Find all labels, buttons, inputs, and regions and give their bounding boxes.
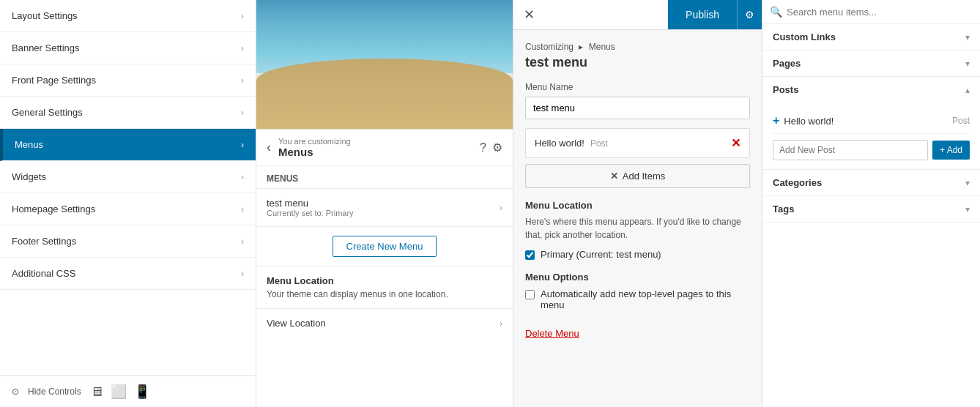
right-section-title: Categories: [773, 177, 822, 188]
right-item-left: + Hello world!: [773, 114, 834, 127]
chevron-icon: ›: [241, 108, 244, 118]
menu-location-checkbox[interactable]: [525, 250, 535, 260]
sidebar-item-label: Banner Settings: [12, 42, 80, 53]
menu-list-item-sub: Currently set to: Primary: [267, 209, 354, 217]
right-section-content: + Hello world! Post + Add: [762, 102, 980, 169]
sidebar-item-menus[interactable]: Menus›: [0, 129, 256, 161]
sidebar-item-banner-settings[interactable]: Banner Settings›: [0, 32, 256, 64]
right-section-title: Tags: [773, 204, 794, 214]
sidebar-item-homepage-settings[interactable]: Homepage Settings›: [0, 193, 256, 225]
menus-section-label: Menus: [256, 166, 513, 188]
breadcrumb-part1: Customizing: [525, 42, 573, 52]
chevron-icon: ›: [241, 140, 244, 150]
footer-icons: 🖥 ⬜ 📱: [90, 384, 150, 400]
sidebar-item-label: General Settings: [12, 107, 83, 118]
menu-location-desc: Your theme can display menus in one loca…: [267, 289, 502, 299]
sidebar-item-front-page-settings[interactable]: Front Page Settings›: [0, 64, 256, 97]
chevron-icon: ›: [241, 11, 244, 21]
right-section-chevron-icon: ▾: [965, 178, 970, 188]
menu-item-label: Hello world!: [535, 138, 584, 149]
menu-list-item[interactable]: test menuCurrently set to: Primary›: [256, 188, 513, 226]
menu-option-checkbox[interactable]: [525, 290, 535, 299]
hide-controls-icon: ⊙: [12, 387, 19, 397]
menu-options-heading: Menu Options: [525, 272, 750, 283]
sidebar-item-layout-settings[interactable]: Layout Settings›: [0, 0, 256, 32]
menu-name-input[interactable]: [525, 97, 750, 119]
customizer-header: ‹ You are customizing Menus ? ⚙: [256, 130, 513, 166]
create-new-menu-button[interactable]: Create New Menu: [333, 236, 437, 257]
breadcrumb-part2: Menus: [589, 42, 615, 52]
right-item-type: Post: [952, 116, 970, 126]
right-section-header-posts[interactable]: Posts ▴: [762, 77, 980, 102]
sidebar-footer: ⊙ Hide Controls 🖥 ⬜ 📱: [0, 376, 256, 407]
sidebar-item-footer-settings[interactable]: Footer Settings›: [0, 225, 256, 258]
search-icon: 🔍: [770, 6, 782, 18]
create-new-btn-wrap: Create New Menu: [256, 226, 513, 266]
chevron-icon: ›: [241, 236, 244, 247]
right-item-row: + Hello world! Post: [773, 108, 970, 134]
right-section-header-pages[interactable]: Pages ▾: [762, 51, 980, 76]
customizer-title: Menus: [278, 146, 480, 158]
menu-list-item-content: test menuCurrently set to: Primary: [267, 198, 354, 217]
menu-option-checkbox-row: Automatically add new top-level pages to…: [525, 288, 750, 310]
add-new-post-input[interactable]: [773, 140, 928, 160]
right-section-title: Custom Links: [773, 31, 836, 42]
menu-item-remove-button[interactable]: ✕: [731, 136, 740, 150]
breadcrumb-separator: ▸: [579, 42, 583, 52]
sidebar-item-label: Menus: [15, 139, 43, 150]
menu-name-label: Menu Name: [525, 82, 750, 92]
customizer-subtitle: You are customizing: [278, 137, 480, 146]
right-item-add-icon[interactable]: +: [773, 114, 779, 127]
help-icon[interactable]: ?: [480, 141, 486, 154]
close-button[interactable]: ✕: [513, 0, 545, 29]
chevron-icon: ›: [241, 75, 244, 86]
sidebar-item-widgets[interactable]: Widgets›: [0, 161, 256, 193]
sidebar-item-label: Additional CSS: [12, 268, 75, 279]
desktop-icon[interactable]: 🖥: [90, 384, 103, 400]
settings-icon[interactable]: ⚙: [492, 141, 502, 154]
publish-button[interactable]: Publish: [668, 0, 737, 29]
beach-sand: [256, 59, 513, 132]
menu-location-checkbox-row: Primary (Current: test menu): [525, 249, 750, 260]
tablet-icon[interactable]: ⬜: [111, 384, 127, 400]
right-section-header-tags[interactable]: Tags ▾: [762, 196, 980, 222]
add-new-post-button[interactable]: + Add: [932, 141, 970, 160]
add-items-label: Add Items: [623, 171, 666, 182]
chevron-icon: ›: [241, 269, 244, 279]
right-panel: 🔍 Custom Links ▾ Pages ▾ Posts ▴: [762, 0, 980, 407]
right-section-chevron-icon: ▾: [965, 204, 970, 214]
menu-editor-name: test menu: [525, 55, 750, 70]
sidebar-item-additional-css[interactable]: Additional CSS›: [0, 258, 256, 290]
customizer-icons: ? ⚙: [480, 141, 502, 154]
sidebar-item-general-settings[interactable]: General Settings›: [0, 97, 256, 129]
search-bar: 🔍: [762, 0, 980, 24]
menu-location-checkbox-label: Primary (Current: test menu): [541, 249, 661, 260]
right-section-header-custom-links[interactable]: Custom Links ▾: [762, 24, 980, 50]
back-button[interactable]: ‹: [267, 140, 271, 155]
right-section-header-categories[interactable]: Categories ▾: [762, 170, 980, 195]
view-location-label: View Location: [267, 318, 326, 329]
view-location-item[interactable]: View Location ›: [256, 308, 513, 337]
right-section-chevron-icon: ▴: [965, 85, 970, 95]
chevron-icon: ›: [241, 43, 244, 53]
right-section-posts: Posts ▴ + Hello world! Post + Add: [762, 77, 980, 170]
view-location-chevron-icon: ›: [500, 318, 502, 329]
menu-item-type: Post: [590, 138, 608, 149]
preview-area: ‹ You are customizing Menus ? ⚙ Menus te…: [256, 0, 513, 407]
hide-controls-label[interactable]: Hide Controls: [28, 387, 81, 397]
customizer-title-block: You are customizing Menus: [278, 137, 480, 158]
menu-location-title: Menu Location: [267, 275, 502, 286]
search-input[interactable]: [787, 7, 973, 18]
add-items-button[interactable]: ✕ Add Items: [525, 164, 750, 188]
chevron-icon: ›: [241, 172, 244, 182]
customizer-panel: ‹ You are customizing Menus ? ⚙ Menus te…: [256, 129, 513, 407]
delete-menu-link[interactable]: Delete Menu: [525, 328, 579, 339]
gear-button[interactable]: ⚙: [737, 0, 762, 29]
sidebar-item-label: Widgets: [12, 171, 46, 182]
right-section-custom-links: Custom Links ▾: [762, 24, 980, 51]
menu-item-left: Hello world!Post: [535, 138, 608, 149]
add-items-x-icon: ✕: [610, 171, 618, 182]
sidebar-item-label: Footer Settings: [12, 236, 76, 247]
mobile-icon[interactable]: 📱: [134, 384, 150, 400]
menu-item-row: Hello world!Post✕: [525, 128, 750, 158]
